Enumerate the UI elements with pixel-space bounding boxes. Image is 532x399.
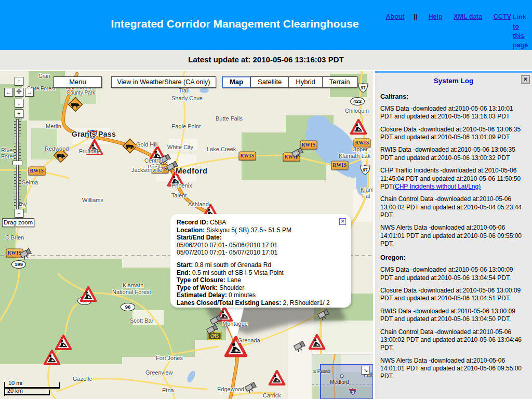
map-place-label: Etna: [162, 387, 174, 393]
popup-info-line: Record ID: C5BA: [177, 219, 336, 227]
closure-info-content: Record ID: C5BALocation: Siskiyou 5( SB)…: [177, 219, 336, 307]
map-place-label: Fort Jones: [156, 355, 183, 361]
map-place-label: Fal: [362, 193, 370, 199]
pan-down-button[interactable]: ↓: [15, 99, 23, 108]
system-log-title: System Log: [375, 73, 532, 85]
latest-update-text: Latest update at: 2010-05-06 13:16:03 PD…: [188, 55, 343, 64]
zoom-in-button[interactable]: +: [15, 109, 23, 118]
popup-info-line: Estimated Delay: 0 minutes: [177, 291, 336, 299]
map-place-label: Selma: [22, 179, 38, 185]
interstate-5-shield-icon: 5: [349, 388, 357, 398]
map-place-label: Phoenix: [171, 182, 192, 189]
link-separator: ||: [414, 13, 417, 20]
pan-left-button[interactable]: ←: [4, 88, 13, 97]
map-place-label: O'Brien: [5, 234, 24, 241]
pan-center-button[interactable]: [15, 88, 23, 97]
popup-info-line: Start: 0.8 mi south of Grenada Rd: [177, 261, 336, 269]
map-place-label: Chiloquin: [345, 108, 369, 114]
map-place-label: River: [1, 147, 15, 153]
popup-info-line: Lanes Closed/Total Existing Lanes: 2, RS…: [177, 299, 336, 307]
map-place-label: National Forest: [112, 289, 151, 295]
zoom-out-button[interactable]: −: [15, 209, 23, 218]
map-place-label: Grenada: [238, 337, 260, 343]
map-place-label: Grants Pass: [72, 130, 116, 138]
popup-info-line: 05/07/2010 07:01- 05/07/2010 17:01: [177, 249, 336, 257]
help-link[interactable]: Help: [429, 13, 443, 20]
page-title: Integrated Corridor Management Clearingh…: [55, 18, 415, 30]
closure-info-popup: Record ID: C5BALocation: Siskiyou 5( SB)…: [170, 214, 351, 308]
popup-info-line: End: 0.5 mi south of SB I-5 Vista Point: [177, 269, 336, 277]
map-type-bar: MapSatelliteHybridTerrain: [222, 76, 357, 88]
map-place-label: Gazelle: [73, 376, 92, 382]
map-place-label: Redwood: [45, 145, 69, 152]
xml-data-link[interactable]: XML data: [454, 13, 482, 20]
header-links: About || Help XML data CCTV: [385, 13, 511, 20]
log-entry: Closure Data -downloaded at:2010-05-06 1…: [380, 126, 525, 142]
map-scale-bar: 10 mi 20 km: [3, 380, 65, 397]
map-place-label: Medford: [176, 166, 207, 175]
popup-info-line: Type of Closure: Lane: [177, 276, 336, 284]
map-place-label: Talent: [171, 192, 187, 198]
log-entry: CMS Data -downloaded at:2010-05-06 13:00…: [380, 266, 525, 282]
map-type-hybrid[interactable]: Hybrid: [288, 76, 323, 88]
map-place-label: Scott Bar: [130, 317, 153, 324]
map-place-label: Upper: [352, 146, 368, 152]
map-place-label: Edgewood: [217, 386, 244, 392]
map-canvas[interactable]: 5 5 97 97624229696199RWISRWISRWISRWISRWI…: [0, 71, 373, 399]
header-bar: Integrated Corridor Management Clearingh…: [0, 0, 532, 50]
log-entry: CMS Data -downloaded at:2010-05-06 13:10…: [380, 105, 525, 121]
overview-minimap[interactable]: s PassMedfordFalls 5 ↘: [312, 354, 373, 399]
weathershare-button[interactable]: View in WeatherShare (CA only): [111, 76, 216, 88]
minimap-collapse-button[interactable]: ↘: [361, 366, 370, 375]
map-place-label: Central: [144, 157, 163, 164]
pan-up-button[interactable]: ↑: [15, 77, 23, 86]
log-entry: RWIS Data -downloaded at:2010-05-06 13:0…: [380, 308, 525, 324]
map-place-label: Trail: [179, 88, 189, 94]
map-place-label: Ashland: [188, 201, 209, 207]
map-place-label: Gold Hill: [136, 141, 158, 148]
map-place-label: Williams: [82, 197, 103, 203]
about-link[interactable]: About: [385, 13, 404, 20]
log-entry: NWS Alerts Data -downloaded at:2010-05-0…: [380, 224, 525, 248]
system-log-panel: System Log ✕ Caltrans:CMS Data -download…: [375, 71, 532, 399]
log-entry: Chain Control Data -downloaded at:2010-0…: [380, 328, 525, 352]
latest-update-bar: Latest update at: 2010-05-06 13:16:03 PD…: [0, 50, 532, 70]
log-entry: RWIS Data -downloaded at:2010-05-06 13:0…: [380, 146, 525, 162]
popup-close-icon[interactable]: ✕: [339, 218, 346, 225]
map-place-label: Klam: [361, 187, 373, 193]
map-place-label: Jacksonville: [131, 167, 162, 173]
cctv-link[interactable]: CCTV: [494, 13, 511, 20]
map-place-label: Klamath: [123, 282, 143, 288]
log-section-heading: Caltrans:: [380, 93, 525, 100]
map-place-label: Lake Creek: [207, 146, 236, 152]
link-to-this-page[interactable]: Link to this page: [513, 12, 530, 50]
map-place-label: Merlin: [46, 123, 61, 129]
map-type-map[interactable]: Map: [222, 76, 251, 88]
map-place-label: Eagle Point: [171, 123, 201, 129]
system-log-close-icon[interactable]: ✕: [521, 75, 530, 84]
popup-info-line: 05/06/2010 07:01- 05/06/2010 17:01: [177, 242, 336, 249]
map-place-label: Klamath Lak: [339, 153, 370, 159]
popup-info-line: Location: Siskiyou 5( SB) 37.5~ 51.5 PM: [177, 227, 336, 234]
drag-zoom-button[interactable]: Drag zoom: [2, 218, 34, 227]
map-place-label: White City: [167, 144, 193, 150]
map-place-label: Fores: [1, 153, 16, 159]
zoom-slider-handle[interactable]: [12, 161, 22, 165]
map-place-label: County Park: [66, 90, 95, 96]
menu-button[interactable]: Menu: [54, 76, 102, 88]
log-entry: CHP Traffic Incidents -downloaded at:201…: [380, 167, 525, 191]
log-section-heading: Oregon:: [380, 254, 525, 261]
chp-incidents-link[interactable]: (CHP Incidents without Lat/Lng): [393, 183, 481, 190]
log-entry: Chain Control Data -downloaded at:2010-0…: [380, 195, 525, 219]
map-type-terrain[interactable]: Terrain: [322, 76, 357, 88]
log-entry: Closure Data -downloaded at:2010-05-06 1…: [380, 287, 525, 303]
pan-right-button[interactable]: →: [25, 88, 34, 97]
popup-info-line: Type of Work: Shoulder: [177, 284, 336, 292]
svg-text:5: 5: [352, 390, 354, 395]
scale-km-label: 20 km: [7, 388, 23, 394]
scale-miles-label: 10 mi: [8, 380, 22, 386]
map-place-label: Montague: [222, 321, 248, 327]
map-place-label: Shady Cove: [171, 95, 203, 101]
map-type-satellite[interactable]: Satellite: [250, 76, 289, 88]
map-place-label: Fruitdale: [79, 148, 101, 154]
